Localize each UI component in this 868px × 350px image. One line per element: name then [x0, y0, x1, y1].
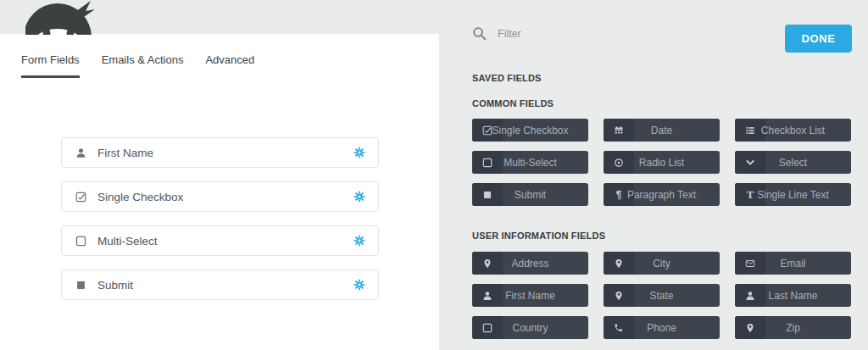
form-builder-panel: Form Fields Emails & Actions Advanced Fi…: [0, 34, 439, 350]
palette-field-submit[interactable]: Submit: [472, 183, 588, 206]
palette-field-checkbox-list[interactable]: Checkbox List: [735, 119, 851, 142]
palette-field-zip[interactable]: Zip: [735, 316, 851, 339]
tab-form-fields[interactable]: Form Fields: [21, 53, 80, 78]
palette-field-select[interactable]: Select: [735, 151, 851, 174]
palette-field-label: Single Checkbox: [472, 119, 588, 142]
palette-field-single-line-text[interactable]: T Single Line Text: [735, 183, 851, 206]
palette-field-label: Date: [604, 119, 720, 142]
palette-field-address[interactable]: Address: [472, 252, 588, 275]
palette-field-last-name[interactable]: Last Name: [735, 284, 851, 307]
palette-field-label: Email: [735, 252, 851, 275]
gear-icon[interactable]: [353, 279, 365, 291]
field-label: First Name: [97, 147, 153, 159]
palette-field-label: Last Name: [735, 284, 851, 307]
palette-field-phone[interactable]: Phone: [604, 316, 720, 339]
gear-icon[interactable]: [353, 191, 365, 203]
person-icon: [75, 147, 86, 158]
palette-field-paragraph-text[interactable]: ¶ Paragraph Text: [604, 183, 720, 206]
palette-field-multi-select[interactable]: Multi-Select: [472, 151, 588, 174]
palette-field-label: Paragraph Text: [604, 183, 720, 206]
palette-field-label: Address: [472, 252, 588, 275]
palette-field-label: Select: [735, 151, 851, 174]
palette-field-date[interactable]: Date: [604, 119, 720, 142]
tab-emails-actions[interactable]: Emails & Actions: [102, 53, 184, 78]
common-fields-heading: COMMON FIELDS: [472, 98, 554, 108]
palette-field-label: Radio List: [604, 151, 720, 174]
tab-advanced[interactable]: Advanced: [205, 53, 254, 78]
palette-field-single-checkbox[interactable]: Single Checkbox: [472, 119, 588, 142]
palette-field-label: Zip: [735, 316, 851, 339]
palette-field-label: Checkbox List: [735, 119, 851, 142]
field-label: Multi-Select: [97, 235, 158, 247]
saved-fields-heading: SAVED FIELDS: [472, 73, 542, 83]
gear-icon[interactable]: [353, 235, 365, 247]
checkbox-empty-icon: [75, 236, 86, 247]
done-button[interactable]: DONE: [785, 25, 852, 53]
checkbox-checked-icon: [75, 192, 86, 203]
palette-field-first-name[interactable]: First Name: [472, 284, 588, 307]
form-field-row-single-checkbox[interactable]: Single Checkbox: [61, 181, 379, 212]
filter-input[interactable]: [498, 28, 642, 40]
palette-field-label: Multi-Select: [472, 151, 588, 174]
form-canvas: First Name Single Checkbox Multi-Select …: [61, 137, 379, 314]
palette-field-label: First Name: [472, 284, 588, 307]
palette-field-label: State: [604, 284, 720, 307]
filter-row: [472, 26, 642, 41]
palette-field-label: Submit: [472, 183, 588, 206]
user-information-fields-heading: USER INFORMATION FIELDS: [472, 231, 605, 241]
palette-field-email[interactable]: Email: [735, 252, 851, 275]
form-field-row-submit[interactable]: Submit: [61, 269, 379, 300]
palette-field-label: Phone: [604, 316, 720, 339]
form-field-row-first-name[interactable]: First Name: [61, 137, 379, 168]
palette-field-label: Single Line Text: [735, 183, 851, 206]
palette-field-city[interactable]: City: [604, 252, 720, 275]
gear-icon[interactable]: [353, 147, 365, 158]
field-label: Submit: [97, 279, 133, 292]
common-fields-grid: Single Checkbox Date Checkbox List Multi…: [472, 119, 851, 206]
ninja-forms-logo: [25, 0, 97, 35]
palette-field-label: City: [604, 252, 720, 275]
field-label: Single Checkbox: [97, 191, 183, 203]
palette-field-state[interactable]: State: [604, 284, 720, 307]
form-field-row-multi-select[interactable]: Multi-Select: [61, 225, 379, 256]
palette-field-radio-list[interactable]: Radio List: [604, 151, 720, 174]
search-icon: [472, 26, 487, 41]
builder-tabs: Form Fields Emails & Actions Advanced: [0, 34, 439, 78]
palette-field-label: Country: [472, 316, 588, 339]
square-filled-icon: [75, 280, 86, 291]
field-palette-sidebar: DONE SAVED FIELDS COMMON FIELDS Single C…: [439, 0, 868, 350]
palette-field-country[interactable]: Country: [472, 316, 588, 339]
user-information-fields-grid: Address City Email First Name State Last…: [472, 252, 851, 339]
ninja-head-icon: [25, 0, 97, 35]
